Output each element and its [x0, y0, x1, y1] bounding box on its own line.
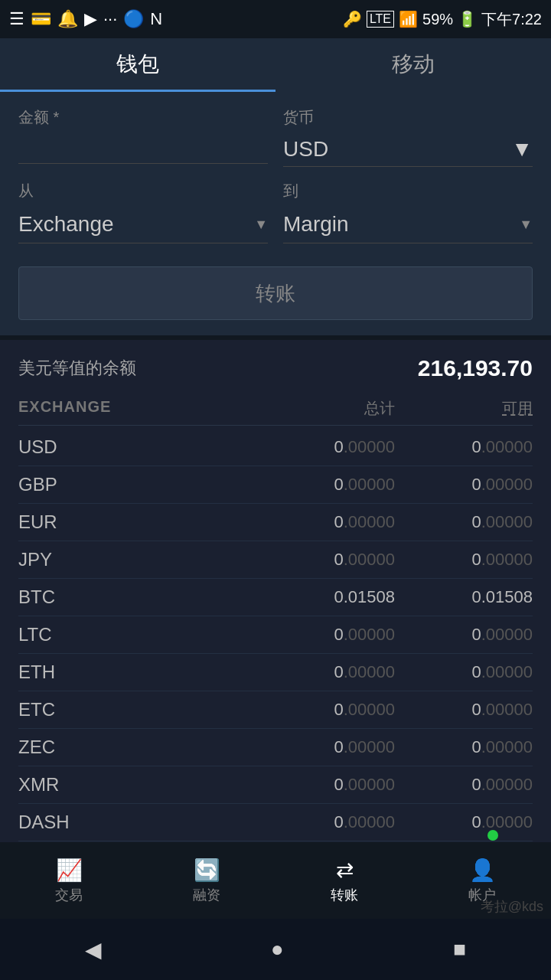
col-available: 可用	[441, 398, 533, 419]
status-icons-right: 🔑 LTE 📶 59% 🔋 下午7:22	[343, 9, 542, 30]
section-label: EXCHANGE	[18, 398, 111, 419]
account-icon: 👤	[469, 858, 496, 883]
table-row: ETC 0.00000 0.00000	[18, 691, 533, 729]
back-button[interactable]: ◀	[85, 937, 102, 962]
home-button[interactable]: ●	[271, 937, 284, 962]
currency-cell: DASH	[18, 812, 110, 833]
row-values: 0.00000 0.00000	[272, 662, 533, 682]
currency-cell: EUR	[18, 511, 110, 533]
table-row: USD 0.00000 0.00000	[18, 429, 533, 466]
total-cell: 0.00000	[272, 512, 395, 532]
available-cell: 0.00000	[410, 737, 533, 757]
time: 下午7:22	[481, 9, 542, 30]
currency-value: USD	[283, 137, 328, 162]
table-row: XMR 0.00000 0.00000	[18, 766, 533, 804]
tab-wallet[interactable]: 钱包	[0, 38, 276, 92]
status-bar: ☰ 💳 🔔 ▶ ··· 🔵 N 🔑 LTE 📶 59% 🔋 下午7:22	[0, 0, 551, 38]
chevron-down-icon-to: ▼	[519, 217, 533, 233]
bt-icon: 🔵	[123, 9, 144, 29]
table-row: JPY 0.00000 0.00000	[18, 541, 533, 579]
available-cell: 0.00000	[410, 700, 533, 720]
status-icons-left: ☰ 💳 🔔 ▶ ··· 🔵 N	[9, 9, 162, 29]
exchange-table: USD 0.00000 0.00000 GBP 0.00000 0.00000 …	[18, 429, 533, 879]
nfc-icon: N	[150, 9, 162, 29]
total-cell: 0.00000	[272, 812, 395, 832]
currency-cell: USD	[18, 436, 110, 458]
row-values: 0.00000 0.00000	[272, 550, 533, 570]
from-value: Exchange	[18, 212, 114, 237]
currency-cell: ETC	[18, 699, 110, 720]
table-row: DASH 0.00000 0.00000	[18, 804, 533, 841]
available-cell: 0.00000	[410, 662, 533, 682]
bottom-nav: 📈 交易 🔄 融资 ⇄ 转账 👤 帐户	[0, 842, 551, 919]
currency-dropdown[interactable]: USD ▼	[283, 132, 533, 167]
table-row: BTC 0.01508 0.01508	[18, 579, 533, 616]
from-to-row: 从 Exchange ▼ 到 Margin ▼	[18, 181, 533, 243]
balance-section: 美元等值的余额 216,193.70 EXCHANGE 总计 可用 USD 0.…	[0, 335, 551, 887]
row-values: 0.01508 0.01508	[272, 587, 533, 607]
table-row: ZEC 0.00000 0.00000	[18, 729, 533, 766]
form-area: 金额 * 货币 USD ▼ 从 Exchange ▼ 到 Margin ▼	[0, 92, 551, 259]
battery-text: 59%	[422, 11, 453, 28]
currency-cell: XMR	[18, 774, 110, 795]
to-group: 到 Margin ▼	[283, 181, 533, 243]
table-row: GBP 0.00000 0.00000	[18, 466, 533, 504]
amount-group: 金额 *	[18, 107, 268, 167]
recent-button[interactable]: ■	[453, 937, 466, 962]
from-label: 从	[18, 181, 268, 201]
currency-cell: BTC	[18, 586, 110, 608]
row-values: 0.00000 0.00000	[272, 625, 533, 645]
android-nav: ◀ ● ■	[0, 919, 551, 980]
online-dot	[487, 830, 498, 841]
table-row: LTC 0.00000 0.00000	[18, 616, 533, 654]
total-cell: 0.00000	[272, 662, 395, 682]
from-dropdown[interactable]: Exchange ▼	[18, 206, 268, 243]
to-dropdown[interactable]: Margin ▼	[283, 206, 533, 243]
to-value: Margin	[283, 212, 349, 237]
nav-trade[interactable]: 📈 交易	[55, 858, 83, 904]
total-cell: 0.01508	[272, 587, 395, 607]
total-cell: 0.00000	[272, 475, 395, 495]
nav-transfer[interactable]: ⇄ 转账	[331, 858, 358, 904]
total-cell: 0.00000	[272, 437, 395, 457]
key-icon: 🔑	[343, 10, 362, 28]
total-cell: 0.00000	[272, 700, 395, 720]
col-total: 总计	[303, 398, 395, 419]
transfer-icon: ⇄	[336, 858, 354, 883]
currency-cell: JPY	[18, 549, 110, 570]
battery-icon: 🔋	[458, 10, 477, 28]
total-cell: 0.00000	[272, 625, 395, 645]
currency-label: 货币	[283, 107, 533, 128]
nav-finance[interactable]: 🔄 融资	[193, 858, 220, 904]
tabs-container: 钱包 移动	[0, 38, 551, 92]
table-row: EUR 0.00000 0.00000	[18, 504, 533, 541]
available-cell: 0.00000	[410, 512, 533, 532]
available-cell: 0.00000	[410, 475, 533, 495]
row-values: 0.00000 0.00000	[272, 512, 533, 532]
table-col-headers: 总计 可用	[303, 398, 533, 419]
chevron-down-icon-from: ▼	[254, 217, 268, 233]
row-values: 0.00000 0.00000	[272, 737, 533, 757]
currency-cell: GBP	[18, 474, 110, 495]
balance-row: 美元等值的余额 216,193.70	[18, 355, 533, 381]
total-cell: 0.00000	[272, 737, 395, 757]
finance-icon: 🔄	[194, 858, 220, 883]
amount-label: 金额 *	[18, 107, 268, 128]
signal-icon: 📶	[399, 10, 418, 28]
trade-icon: 📈	[56, 858, 83, 883]
play-icon: ▶	[84, 9, 97, 29]
amount-input[interactable]	[18, 132, 268, 164]
bell-icon: 🔔	[57, 9, 78, 29]
total-cell: 0.00000	[272, 550, 395, 570]
balance-label: 美元等值的余额	[18, 357, 136, 380]
more-icon: ···	[103, 9, 117, 29]
available-cell: 0.00000	[410, 812, 533, 832]
row-values: 0.00000 0.00000	[272, 700, 533, 720]
available-cell: 0.00000	[410, 625, 533, 645]
tab-move[interactable]: 移动	[276, 38, 551, 92]
transfer-btn-area: 转账	[0, 259, 551, 335]
available-cell: 0.00000	[410, 437, 533, 457]
transfer-button[interactable]: 转账	[18, 266, 533, 320]
menu-icon: ☰	[9, 9, 24, 29]
row-values: 0.00000 0.00000	[272, 475, 533, 495]
